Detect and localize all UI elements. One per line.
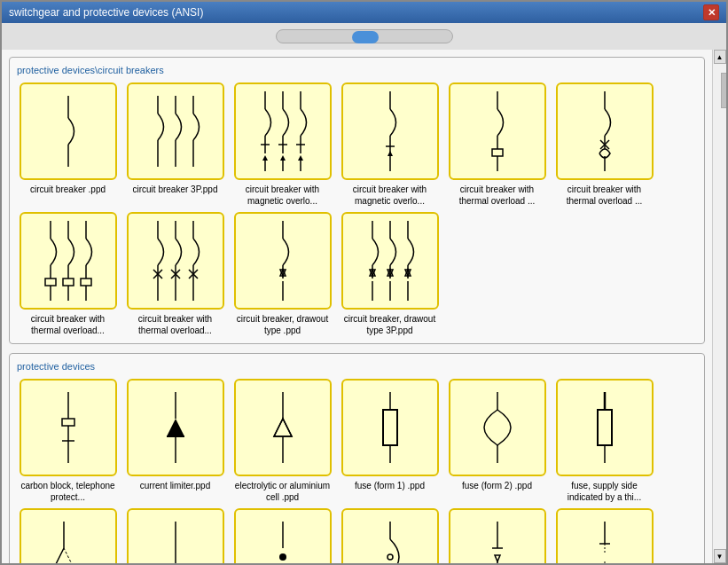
label-cb9: circuit breaker, drawout type .ppd (234, 313, 332, 336)
list-item[interactable]: circuit breaker with thermal overload... (17, 212, 119, 336)
content-area: protective devices\circuit breakers circ… (2, 50, 726, 563)
label-pd1: carbon block, telephone protect... (20, 480, 117, 503)
close-button[interactable]: ✕ (703, 4, 719, 20)
icon-cb2 (127, 82, 224, 180)
main-window: switchgear and protective devices (ANSI)… (0, 0, 728, 565)
svg-marker-22 (298, 155, 303, 161)
label-pd3: electrolytic or aluminium cell .ppd (234, 480, 332, 503)
svg-marker-18 (262, 155, 268, 161)
icon-cb5 (449, 82, 546, 180)
scrollbar-track (276, 29, 453, 43)
svg-line-106 (55, 548, 64, 563)
label-cb6: circuit breaker with thermal overload ..… (556, 184, 654, 207)
list-item[interactable]: circuit breaker, drawout type 3P.ppd (339, 212, 441, 336)
scroll-up-button[interactable]: ▲ (714, 50, 726, 64)
list-item[interactable]: protective gap .ppd (446, 508, 548, 563)
list-item[interactable]: network protector .ppd (339, 508, 441, 563)
icon-pd3 (234, 379, 332, 476)
icon-cb8 (127, 212, 224, 310)
scrollbar-thumb[interactable] (352, 31, 379, 43)
scroll-thumb[interactable] (721, 73, 727, 108)
label-cb8: circuit breaker with thermal overload... (127, 313, 224, 336)
svg-rect-85 (62, 419, 74, 426)
svg-rect-39 (45, 279, 56, 286)
window-title: switchgear and protective devices (ANSI) (9, 6, 203, 19)
icon-pd10 (341, 508, 439, 563)
list-item[interactable]: circuit breaker with thermal overload ..… (446, 82, 548, 207)
svg-point-118 (387, 554, 393, 560)
svg-rect-30 (492, 149, 503, 156)
icon-pd2 (127, 379, 224, 476)
label-cb10: circuit breaker, drawout type 3P.ppd (341, 313, 439, 336)
icon-pd1 (20, 379, 117, 476)
cb-grid: circuit breaker .ppd (17, 82, 697, 336)
scroll-content[interactable]: protective devices\circuit breakers circ… (2, 50, 712, 563)
top-scrollbar[interactable] (2, 23, 726, 50)
icon-pd12 (556, 508, 654, 563)
label-cb1: circuit breaker .ppd (30, 184, 106, 195)
label-cb4: circuit breaker with magnetic overlo... (341, 184, 439, 207)
icon-cb7 (20, 212, 117, 310)
svg-marker-95 (274, 419, 292, 436)
svg-marker-20 (280, 155, 286, 161)
icon-cb6 (556, 82, 654, 180)
pd-grid: carbon block, telephone protect... (17, 379, 697, 563)
svg-marker-27 (387, 151, 393, 156)
label-pd5: fuse (form 2) .ppd (462, 480, 532, 491)
list-item[interactable]: circuit breaker with thermal overload... (124, 212, 226, 336)
icon-pd9 (234, 508, 332, 563)
icon-pd5 (449, 379, 546, 476)
icon-pd4 (341, 379, 439, 476)
icon-cb1 (20, 82, 117, 180)
vertical-scrollbar[interactable]: ▲ ▼ (712, 50, 726, 563)
label-pd2: current limiter.ppd (140, 480, 210, 491)
list-item[interactable]: horn gap .ppd (17, 508, 119, 563)
list-item[interactable]: fuse (form 1) .ppd (339, 379, 441, 503)
list-item[interactable]: multigap, general .ppd (231, 508, 333, 563)
list-item[interactable]: circuit breaker 3P.ppd (124, 82, 226, 207)
icon-pd8 (127, 508, 224, 563)
icon-cb3 (234, 82, 332, 180)
label-cb2: circuit breaker 3P.ppd (133, 184, 218, 195)
icon-cb4 (341, 82, 439, 180)
icon-pd7 (20, 508, 117, 563)
title-bar: switchgear and protective devices (ANSI)… (2, 2, 726, 23)
icon-pd6 (556, 379, 654, 476)
svg-marker-90 (167, 419, 184, 436)
section-title-pd: protective devices (17, 361, 697, 372)
label-cb7: circuit breaker with thermal overload... (20, 313, 117, 336)
list-item[interactable]: circuit breaker, drawout type .ppd (231, 212, 333, 336)
svg-rect-98 (383, 410, 397, 445)
list-item[interactable]: circuit breaker .ppd (17, 82, 119, 207)
list-item[interactable]: circuit breaker with magnetic overlo... (231, 82, 333, 207)
list-item[interactable]: fuse, supply side indicated by a thi... (553, 379, 655, 503)
section-protective-devices: protective devices (9, 353, 705, 563)
svg-rect-47 (81, 279, 91, 286)
list-item[interactable]: sphere gap .ppd (553, 508, 655, 563)
svg-marker-122 (495, 555, 500, 561)
label-cb3: circuit breaker with magnetic overlo... (234, 184, 332, 207)
list-item[interactable]: electrolytic or aluminium cell .ppd (231, 379, 333, 503)
label-pd6: fuse, supply side indicated by a thi... (556, 480, 654, 503)
section-title-cb: protective devices\circuit breakers (17, 65, 697, 75)
label-pd4: fuse (form 1) .ppd (355, 480, 425, 491)
list-item[interactable]: carbon block, telephone protect... (17, 379, 119, 503)
list-item[interactable]: fuse (form 2) .ppd (446, 379, 548, 503)
list-item[interactable]: current limiter.ppd (124, 379, 226, 503)
svg-line-108 (64, 548, 73, 563)
icon-pd11 (449, 508, 546, 563)
scroll-down-button[interactable]: ▼ (714, 549, 726, 563)
icon-cb9 (234, 212, 332, 310)
list-item[interactable]: circuit breaker with magnetic overlo... (339, 82, 441, 207)
icon-cb10 (341, 212, 439, 310)
section-circuit-breakers: protective devices\circuit breakers circ… (9, 57, 705, 344)
list-item[interactable]: lightning arrester .ppd (124, 508, 226, 563)
label-cb5: circuit breaker with thermal overload ..… (449, 184, 546, 207)
list-item[interactable]: circuit breaker with thermal overload ..… (553, 82, 655, 207)
svg-point-114 (279, 553, 286, 561)
svg-rect-43 (63, 279, 74, 286)
svg-marker-94 (274, 419, 292, 436)
svg-rect-103 (598, 410, 612, 445)
